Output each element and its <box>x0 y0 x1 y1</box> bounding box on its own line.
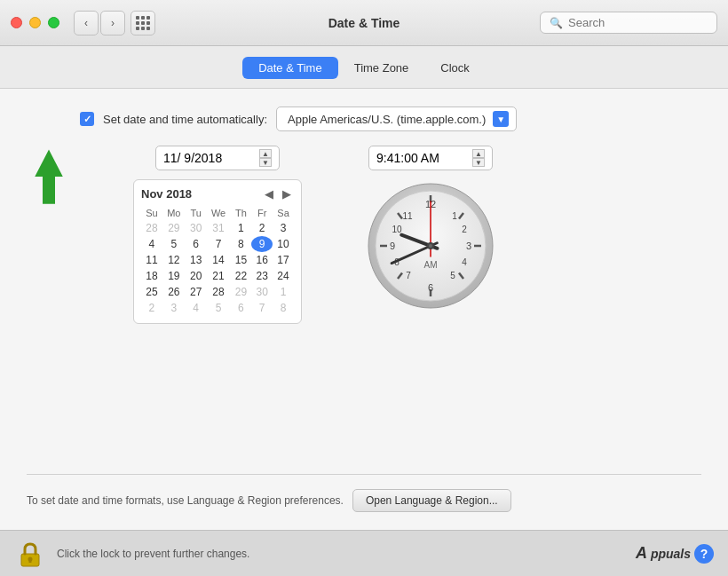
time-input-box[interactable]: 9:41:00 AM ▲ ▼ <box>368 146 493 170</box>
calendar-day[interactable]: 26 <box>162 284 186 300</box>
calendar-day[interactable]: 21 <box>207 268 231 284</box>
calendar-day[interactable]: 18 <box>141 268 162 284</box>
calendar-day[interactable]: 29 <box>231 284 252 300</box>
calendar-day[interactable]: 5 <box>162 236 186 252</box>
svg-marker-1 <box>35 149 63 203</box>
calendar-day[interactable]: 13 <box>186 252 207 268</box>
day-header-tu: Tu <box>186 206 207 220</box>
date-value: 11/ 9/2018 <box>163 151 222 165</box>
calendar-day[interactable]: 27 <box>186 284 207 300</box>
day-header-mo: Mo <box>162 206 186 220</box>
calendar-day[interactable]: 6 <box>186 236 207 252</box>
footer: Click the lock to prevent further change… <box>0 530 728 576</box>
calendar-day[interactable]: 1 <box>273 284 294 300</box>
tabs-bar: Date & Time Time Zone Clock <box>0 46 728 89</box>
search-icon: 🔍 <box>550 17 563 29</box>
calendar-day[interactable]: 16 <box>251 252 273 268</box>
calendar-day[interactable]: 17 <box>273 252 294 268</box>
tab-clock[interactable]: Clock <box>424 57 486 79</box>
time-down-button[interactable]: ▼ <box>472 158 485 167</box>
forward-button[interactable]: › <box>100 11 125 36</box>
minimize-button[interactable] <box>29 17 41 28</box>
calendar-day[interactable]: 25 <box>141 284 162 300</box>
calendar-month-year: Nov 2018 <box>141 187 192 201</box>
date-stepper[interactable]: ▲ ▼ <box>259 149 272 167</box>
calendar-day[interactable]: 28 <box>141 220 162 236</box>
titlebar: ‹ › Date & Time 🔍 <box>0 0 728 46</box>
calendar-day[interactable]: 12 <box>162 252 186 268</box>
calendar-clock-section: 11/ 9/2018 ▲ ▼ Nov 2018 ◀ ▶ <box>133 146 497 324</box>
svg-text:4: 4 <box>462 257 467 267</box>
calendar-day[interactable]: 29 <box>162 220 186 236</box>
date-time-inputs: 11/ 9/2018 ▲ ▼ Nov 2018 ◀ ▶ <box>133 146 302 324</box>
time-up-button[interactable]: ▲ <box>472 149 485 158</box>
calendar-day[interactable]: 23 <box>251 268 273 284</box>
calendar-day[interactable]: 28 <box>207 284 231 300</box>
lock-icon[interactable] <box>14 538 46 570</box>
green-up-arrow-icon <box>27 146 71 208</box>
calendar-day[interactable]: 22 <box>231 268 252 284</box>
calendar-day[interactable]: 3 <box>273 220 294 236</box>
prev-month-button[interactable]: ◀ <box>262 187 276 201</box>
maximize-button[interactable] <box>48 17 59 28</box>
svg-rect-32 <box>29 559 32 563</box>
calendar-day[interactable]: 10 <box>273 236 294 252</box>
watermark: A ppuals ? <box>636 544 714 564</box>
calendar-day[interactable]: 14 <box>207 252 231 268</box>
close-button[interactable] <box>11 17 22 28</box>
next-month-button[interactable]: ▶ <box>280 187 294 201</box>
calendar-day[interactable]: 8 <box>273 300 294 316</box>
svg-text:7: 7 <box>406 271 411 280</box>
calendar-day[interactable]: 15 <box>231 252 252 268</box>
auto-time-row: ✓ Set date and time automatically: Apple… <box>80 107 701 131</box>
search-input[interactable] <box>568 16 708 29</box>
calendar-day[interactable]: 24 <box>273 268 294 284</box>
calendar-day[interactable]: 30 <box>186 220 207 236</box>
calendar-day[interactable]: 5 <box>207 300 231 316</box>
day-header-sa: Sa <box>273 206 294 220</box>
svg-text:1: 1 <box>452 211 457 221</box>
grid-button[interactable] <box>131 11 155 36</box>
calendar-day[interactable]: 9 <box>251 236 273 252</box>
date-down-button[interactable]: ▼ <box>259 158 272 167</box>
search-box[interactable]: 🔍 <box>540 12 717 34</box>
open-language-button[interactable]: Open Language & Region... <box>352 489 511 512</box>
day-header-th: Th <box>231 206 252 220</box>
calendar-day[interactable]: 2 <box>141 300 162 316</box>
date-up-button[interactable]: ▲ <box>259 149 272 158</box>
svg-text:3: 3 <box>466 241 471 251</box>
tab-time-zone[interactable]: Time Zone <box>338 57 425 79</box>
server-value: Apple Americas/U.S. (time.apple.com.) <box>288 113 486 126</box>
back-button[interactable]: ‹ <box>74 11 99 36</box>
calendar-day[interactable]: 3 <box>162 300 186 316</box>
calendar-day[interactable]: 2 <box>251 220 273 236</box>
calendar-day[interactable]: 8 <box>231 236 252 252</box>
calendar-day[interactable]: 20 <box>186 268 207 284</box>
auto-time-checkbox[interactable]: ✓ <box>80 112 94 126</box>
watermark-text: A <box>636 544 647 563</box>
date-input-box[interactable]: 11/ 9/2018 ▲ ▼ <box>155 146 280 170</box>
day-header-fr: Fr <box>251 206 273 220</box>
calendar-day[interactable]: 7 <box>207 236 231 252</box>
tab-date-time[interactable]: Date & Time <box>242 57 338 79</box>
footer-lock-text: Click the lock to prevent further change… <box>57 548 249 560</box>
checkmark-icon: ✓ <box>83 114 91 125</box>
dropdown-arrow-icon: ▼ <box>493 111 509 127</box>
help-icon[interactable]: ? <box>694 544 714 564</box>
calendar-day[interactable]: 31 <box>207 220 231 236</box>
calendar-week-3: 18192021222324 <box>141 268 294 284</box>
calendar-day[interactable]: 30 <box>251 284 273 300</box>
calendar-day[interactable]: 4 <box>141 236 162 252</box>
calendar-day[interactable]: 7 <box>251 300 273 316</box>
calendar-week-2: 11121314151617 <box>141 252 294 268</box>
calendar-navigation: ◀ ▶ <box>262 187 294 201</box>
server-dropdown[interactable]: Apple Americas/U.S. (time.apple.com.) ▼ <box>276 107 517 131</box>
calendar-day[interactable]: 19 <box>162 268 186 284</box>
calendar-day[interactable]: 1 <box>231 220 252 236</box>
calendar-day[interactable]: 11 <box>141 252 162 268</box>
calendar-day[interactable]: 4 <box>186 300 207 316</box>
svg-text:5: 5 <box>450 271 455 280</box>
calendar-day[interactable]: 6 <box>231 300 252 316</box>
calendar-header: Nov 2018 ◀ ▶ <box>141 187 294 201</box>
time-stepper[interactable]: ▲ ▼ <box>472 149 485 167</box>
